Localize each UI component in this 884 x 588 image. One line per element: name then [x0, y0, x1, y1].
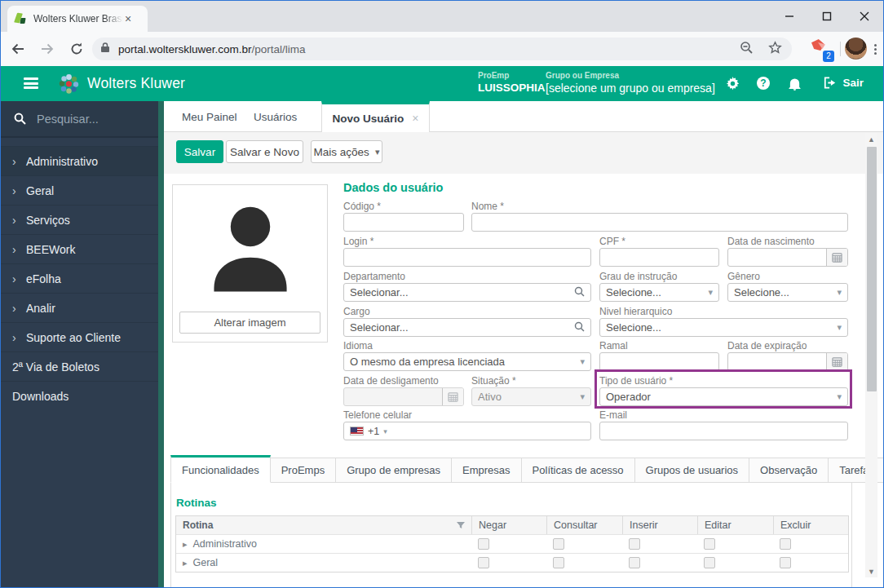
scrollbar-thumb[interactable] [867, 147, 877, 391]
forward-icon[interactable] [35, 37, 60, 61]
checkbox-editar[interactable] [704, 538, 715, 550]
checkbox-consultar[interactable] [553, 557, 564, 568]
group-value[interactable]: [selecione um grupo ou empresa] [546, 82, 715, 95]
nome-input[interactable] [471, 213, 848, 232]
magnifier-icon[interactable] [574, 321, 585, 334]
gear-icon[interactable] [725, 76, 740, 91]
column-label: Excluir [780, 519, 811, 531]
grau-instrucao-select[interactable]: Selecione... ▾ [599, 283, 719, 302]
scroll-down-icon[interactable]: ▼ [865, 566, 877, 577]
checkbox-inserir[interactable] [629, 538, 640, 550]
tab-politicas-de-acesso[interactable]: Políticas de acesso [522, 458, 635, 483]
zoom-icon[interactable] [740, 41, 754, 58]
browser-tab[interactable]: Wolters Kluwer Brasi × [7, 6, 148, 32]
calendar-icon[interactable] [826, 353, 847, 370]
tab-grupos-de-usuarios[interactable]: Grupos de usuarios [635, 458, 749, 483]
sidebar-item-analir[interactable]: ›Analir [1, 293, 158, 322]
column-header-rotina[interactable]: Rotina [176, 516, 471, 534]
scroll-up-icon[interactable]: ▲ [865, 134, 877, 145]
tab-close-icon[interactable]: × [412, 112, 418, 125]
sidebar-item-suporte[interactable]: ›Suporte ao Cliente [1, 322, 158, 351]
country-code-selector[interactable]: +1 ▾ [350, 426, 387, 437]
column-header-negar[interactable]: Negar [471, 516, 546, 534]
select-value: Selecione... [606, 286, 708, 298]
tab-grupo-de-empresas[interactable]: Grupo de empresas [336, 458, 452, 483]
maximize-button[interactable] [808, 1, 846, 32]
sidebar-item-downloads[interactable]: Downloads [1, 381, 158, 410]
sidebar-search[interactable]: Pesquisar... [1, 101, 158, 138]
genero-select[interactable]: Selecione... ▾ [727, 283, 848, 302]
checkbox-excluir[interactable] [780, 538, 791, 550]
logout-button[interactable]: Sair [824, 77, 864, 89]
tab-close-icon[interactable]: × [125, 13, 131, 24]
ramal-input[interactable] [599, 352, 719, 371]
sidebar-item-administrativo[interactable]: ›Administrativo [1, 146, 158, 175]
cargo-lookup[interactable]: Selecionar... [343, 318, 591, 337]
more-actions-button[interactable]: Mais ações ▾ [311, 140, 382, 163]
filter-funnel-icon[interactable] [457, 522, 465, 529]
hamburger-icon[interactable] [24, 77, 38, 89]
field-label: Nome * [471, 201, 848, 212]
column-header-inserir[interactable]: Inserir [622, 516, 697, 534]
idioma-select[interactable]: O mesmo da empresa licenciada ▾ [343, 352, 591, 371]
detail-tab-bar: Funcionalidades ProEmps Grupo de empresa… [170, 455, 884, 483]
email-input[interactable] [599, 422, 848, 440]
bookmark-star-icon[interactable] [768, 41, 782, 58]
nivel-hierarquico-select[interactable]: Selecione... ▾ [599, 318, 848, 337]
checkbox-excluir[interactable] [780, 557, 791, 568]
column-header-consultar[interactable]: Consultar [546, 516, 622, 534]
tab-proemps[interactable]: ProEmps [271, 458, 336, 483]
row-expander[interactable]: ▸Geral [176, 554, 471, 572]
group-selector[interactable]: Grupo ou Empresa [selecione um grupo ou … [546, 71, 715, 95]
profile-avatar[interactable] [845, 38, 867, 60]
help-icon[interactable]: ? [756, 76, 771, 91]
column-header-excluir[interactable]: Excluir [773, 516, 848, 534]
chevron-right-icon: › [12, 184, 19, 197]
column-header-editar[interactable]: Editar [697, 516, 773, 534]
magnifier-icon[interactable] [574, 286, 585, 299]
sidebar-item-2via-boletos[interactable]: 2ª Via de Boletos [1, 351, 158, 381]
sidebar-item-servicos[interactable]: ›Serviços [1, 205, 158, 234]
tab-label: Meu Painel [182, 111, 237, 123]
tab-empresas[interactable]: Empresas [452, 458, 522, 483]
tab-novo-usuario[interactable]: Novo Usuário × [321, 101, 430, 132]
minimize-button[interactable] [771, 1, 808, 32]
checkbox-consultar[interactable] [553, 538, 564, 550]
data-nascimento-input[interactable] [727, 248, 848, 267]
sidebar-item-beework[interactable]: ›BEEWork [1, 234, 158, 263]
back-icon[interactable] [6, 37, 30, 61]
codigo-input[interactable] [343, 213, 464, 232]
bell-icon[interactable] [787, 76, 802, 91]
content-scrollbar[interactable]: ▲ ▼ [865, 134, 877, 577]
sidebar-item-geral[interactable]: ›Geral [1, 175, 158, 205]
field-label: Cargo [343, 306, 591, 317]
row-expander[interactable]: ▸Administrativo [176, 535, 471, 553]
close-button[interactable] [846, 1, 883, 32]
departamento-lookup[interactable]: Selecionar... [343, 283, 591, 302]
telefone-input[interactable]: +1 ▾ [343, 422, 591, 440]
calendar-icon[interactable] [826, 249, 847, 266]
field-label: Idioma [343, 340, 591, 351]
extension-icon[interactable]: 2 [808, 36, 834, 62]
tab-meu-painel[interactable]: Meu Painel [182, 101, 237, 132]
cpf-input[interactable] [599, 248, 719, 267]
sidebar-item-efolha[interactable]: ›eFolha [1, 263, 158, 293]
checkbox-editar[interactable] [704, 557, 715, 568]
tab-usuarios[interactable]: Usuários [254, 101, 297, 132]
change-image-button[interactable]: Alterar imagem [179, 312, 320, 334]
tab-funcionalidades[interactable]: Funcionalidades [170, 455, 271, 483]
data-expiracao-input[interactable] [727, 352, 848, 371]
group-label: Grupo ou Empresa [546, 71, 715, 80]
field-label: Telefone celular [343, 409, 591, 421]
checkbox-negar[interactable] [478, 557, 489, 568]
checkbox-inserir[interactable] [629, 557, 640, 568]
save-and-new-button[interactable]: Salvar e Novo [226, 140, 303, 163]
save-button[interactable]: Salvar [176, 140, 223, 163]
reload-icon[interactable] [64, 37, 89, 61]
tab-observacao[interactable]: Observação [749, 458, 829, 483]
tipo-usuario-select[interactable]: Operador ▾ [599, 387, 848, 406]
chrome-menu-icon[interactable] [869, 41, 882, 57]
checkbox-negar[interactable] [478, 538, 489, 550]
address-bar[interactable]: portal.wolterskluwer.com.br/portal/lima [92, 38, 792, 60]
login-input[interactable] [343, 248, 591, 267]
